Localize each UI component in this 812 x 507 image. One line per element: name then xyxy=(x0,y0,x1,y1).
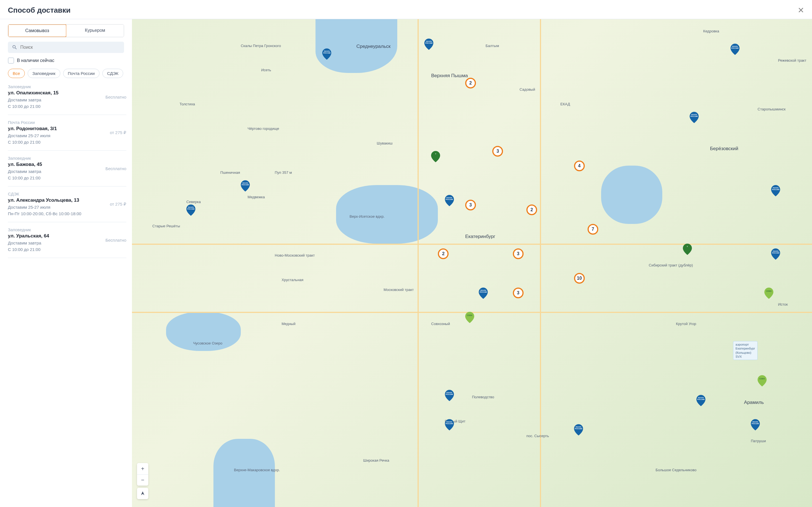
in-stock-checkbox[interactable] xyxy=(8,57,14,64)
list-item[interactable]: Почта России ул. Родонитовая, 3/1 Достав… xyxy=(8,115,126,151)
map-place-label: Широкая Речка xyxy=(363,458,389,462)
map-pin-zap[interactable]: ◊ xyxy=(683,244,692,255)
pin-label: ПОЧТА РОССИИ xyxy=(446,421,453,425)
map-place-label: Чёртово городище xyxy=(248,126,279,131)
map-place-label: Екатеринбург xyxy=(465,234,495,239)
map-cluster[interactable]: 4 xyxy=(574,161,585,171)
item-provider: СДЭК xyxy=(8,191,107,196)
item-delivery: Доставим 25-27 июля xyxy=(8,204,107,211)
list-item[interactable]: СДЭК ул. Александра Усольцева, 13 Достав… xyxy=(8,186,126,222)
map-place-label: Среднеуральск xyxy=(356,44,391,49)
item-delivery: Доставим 25-27 июля xyxy=(8,133,107,139)
zoom-in-button[interactable]: + xyxy=(137,463,148,474)
map-cluster[interactable]: 3 xyxy=(513,288,523,298)
map-pin-cdek[interactable]: CDEK xyxy=(465,312,474,323)
pin-label: CDEK xyxy=(766,290,772,292)
map-place-label: Полеводство xyxy=(472,395,494,399)
item-address: ул. Уральская, 64 xyxy=(8,233,103,239)
pickup-list[interactable]: Заповедник ул. Опалихинская, 15 Доставим… xyxy=(8,80,130,507)
map-pin-post[interactable]: ПОЧТА РОССИИ xyxy=(771,185,780,196)
map-pin-post[interactable]: ПОЧТА РОССИИ xyxy=(479,288,488,299)
search-input[interactable] xyxy=(20,45,120,50)
map-pin-post[interactable]: ПОЧТА РОССИИ xyxy=(771,248,780,260)
item-provider: Заповедник xyxy=(8,156,103,161)
item-price: Бесплатно xyxy=(105,166,126,171)
map-pin-cdek[interactable]: CDEK xyxy=(764,288,773,299)
pin-label: ПОЧТА РОССИИ xyxy=(446,197,453,200)
item-provider: Заповедник xyxy=(8,227,103,232)
pin-label: ПОЧТА РОССИИ xyxy=(187,207,195,210)
map-pin-cdek[interactable]: CDEK xyxy=(758,375,767,386)
map-place-label: Режевской тракт xyxy=(778,58,806,62)
map-pin-post[interactable]: ПОЧТА РОССИИ xyxy=(445,419,454,431)
map-pin-post[interactable]: ПОЧТА РОССИИ xyxy=(186,205,195,216)
pin-label: ПОЧТА РОССИИ xyxy=(575,426,582,430)
map-place-label: Старопышминск xyxy=(758,107,785,111)
pin-label: ПОЧТА РОССИИ xyxy=(731,46,739,49)
search-icon xyxy=(12,45,17,50)
map-place-label: Исток xyxy=(778,302,788,306)
tab-pickup[interactable]: Самовывоз xyxy=(8,24,66,37)
map-pin-post[interactable]: ПОЧТА РОССИИ xyxy=(751,419,760,431)
pin-label: ◊ xyxy=(687,245,688,247)
zoom-out-button[interactable]: − xyxy=(137,474,148,486)
map-pin-post[interactable]: ПОЧТА РОССИИ xyxy=(445,195,454,206)
search-box[interactable] xyxy=(8,42,124,53)
item-price: от 275 ₽ xyxy=(110,202,126,207)
filter-2[interactable]: Почта России xyxy=(63,69,100,78)
map-place-label: Северка xyxy=(186,200,201,204)
map-pin-post[interactable]: ПОЧТА РОССИИ xyxy=(322,48,331,60)
item-price: Бесплатно xyxy=(105,95,126,100)
map-cluster[interactable]: 3 xyxy=(513,248,523,259)
pin-label: ПОЧТА РОССИИ xyxy=(697,397,705,400)
pin-label: ПОЧТА РОССИИ xyxy=(425,41,433,44)
filter-0[interactable]: Все xyxy=(8,69,25,78)
map-pin-post[interactable]: ПОЧТА РОССИИ xyxy=(690,112,699,123)
map-place-label: Сибирский тракт (дублёр) xyxy=(649,263,693,267)
airport-label: аэропорт Екатеринбург (Кольцово) SVX xyxy=(733,341,758,360)
map-pin-post[interactable]: ПОЧТА РОССИИ xyxy=(241,180,250,191)
map-pin-post[interactable]: ПОЧТА РОССИИ xyxy=(445,390,454,401)
map-place-label: Скалы Петра Гронского xyxy=(241,44,281,48)
tab-courier[interactable]: Курьером xyxy=(66,24,124,37)
map-controls: + − xyxy=(137,463,148,499)
pin-label: ПОЧТА РОССИИ xyxy=(752,421,759,425)
map-place-label: Верхняя Пышма xyxy=(431,73,468,78)
item-price: от 275 ₽ xyxy=(110,130,126,135)
list-item[interactable]: Заповедник ул. Бажова, 45 Доставим завтр… xyxy=(8,151,126,186)
filter-3[interactable]: СДЭК xyxy=(102,69,123,78)
map-pin-post[interactable]: ПОЧТА РОССИИ xyxy=(696,395,705,406)
pin-label: ПОЧТА РОССИИ xyxy=(242,182,249,186)
map-place-label: Крутой Угор xyxy=(676,322,696,326)
map-place-label: Пшеничная xyxy=(220,170,240,175)
map-place-label: Совхозный xyxy=(431,322,450,326)
map-place-label: Шувакиш xyxy=(377,141,393,145)
map-place-label: Патруши xyxy=(751,439,766,443)
pin-label: ПОЧТА РОССИИ xyxy=(772,250,779,254)
pin-label: ПОЧТА РОССИИ xyxy=(323,50,331,54)
map-place-label: Исеть xyxy=(261,68,271,72)
item-address: ул. Бажова, 45 xyxy=(8,162,103,167)
list-item[interactable]: Заповедник ул. Опалихинская, 15 Доставим… xyxy=(8,80,126,115)
item-hours: С 10:00 до 21:00 xyxy=(8,175,103,181)
pin-label: CDEK xyxy=(467,314,472,316)
map-cluster[interactable]: 3 xyxy=(465,200,476,210)
map-cluster[interactable]: 2 xyxy=(526,205,537,215)
map-cluster[interactable]: 10 xyxy=(574,273,585,284)
item-address: ул. Родонитовая, 3/1 xyxy=(8,126,107,131)
map-place-label: Московский тракт xyxy=(384,288,414,292)
map-pin-post[interactable]: ПОЧТА РОССИИ xyxy=(730,44,740,55)
close-button[interactable]: ✕ xyxy=(798,6,804,15)
item-address: ул. Опалихинская, 15 xyxy=(8,90,103,96)
map-place-label: Старые Решёты xyxy=(152,224,180,228)
pin-label: ПОЧТА РОССИИ xyxy=(772,187,779,190)
map-pin-zap[interactable]: ◊ xyxy=(431,151,440,162)
item-hours: С 10:00 до 21:00 xyxy=(8,139,107,146)
map-pin-post[interactable]: ПОЧТА РОССИИ xyxy=(424,39,434,50)
map-cluster[interactable]: 2 xyxy=(465,78,476,89)
map-pin-post[interactable]: ПОЧТА РОССИИ xyxy=(574,424,583,436)
list-item[interactable]: Заповедник ул. Уральская, 64 Доставим за… xyxy=(8,222,126,258)
locate-button[interactable] xyxy=(137,488,148,499)
map[interactable]: СреднеуральскКедровкаБалтымВерхняя Пышма… xyxy=(132,19,812,507)
filter-1[interactable]: Заповедник xyxy=(28,69,60,78)
